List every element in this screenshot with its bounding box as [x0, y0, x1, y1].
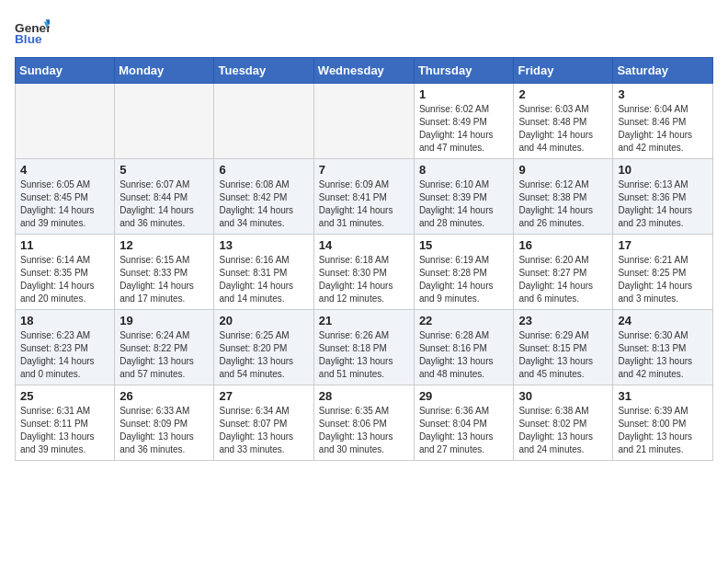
- day-number: 15: [419, 238, 509, 252]
- day-info: Sunrise: 6:09 AM Sunset: 8:41 PM Dayligh…: [319, 178, 409, 230]
- weekday-header-wednesday: Wednesday: [313, 58, 414, 84]
- calendar-cell: 5Sunrise: 6:07 AM Sunset: 8:44 PM Daylig…: [115, 159, 214, 235]
- logo: General Blue: [15, 15, 50, 50]
- calendar-cell: 29Sunrise: 6:36 AM Sunset: 8:04 PM Dayli…: [414, 385, 514, 461]
- day-info: Sunrise: 6:04 AM Sunset: 8:46 PM Dayligh…: [618, 103, 708, 155]
- day-info: Sunrise: 6:30 AM Sunset: 8:13 PM Dayligh…: [618, 329, 708, 381]
- calendar-cell: 24Sunrise: 6:30 AM Sunset: 8:13 PM Dayli…: [613, 310, 713, 385]
- day-number: 3: [618, 87, 708, 101]
- svg-text:Blue: Blue: [15, 32, 42, 46]
- day-number: 24: [618, 314, 708, 327]
- calendar-cell: 16Sunrise: 6:20 AM Sunset: 8:27 PM Dayli…: [514, 235, 613, 310]
- day-info: Sunrise: 6:33 AM Sunset: 8:09 PM Dayligh…: [119, 405, 209, 456]
- calendar-cell: 18Sunrise: 6:23 AM Sunset: 8:23 PM Dayli…: [16, 310, 115, 385]
- day-number: 13: [219, 238, 308, 252]
- day-info: Sunrise: 6:36 AM Sunset: 8:04 PM Dayligh…: [419, 405, 509, 456]
- day-number: 27: [219, 389, 308, 403]
- weekday-header-tuesday: Tuesday: [214, 58, 313, 84]
- calendar-cell: 26Sunrise: 6:33 AM Sunset: 8:09 PM Dayli…: [115, 385, 214, 461]
- calendar-week-3: 11Sunrise: 6:14 AM Sunset: 8:35 PM Dayli…: [16, 235, 713, 310]
- calendar-week-4: 18Sunrise: 6:23 AM Sunset: 8:23 PM Dayli…: [16, 310, 713, 385]
- calendar-week-5: 25Sunrise: 6:31 AM Sunset: 8:11 PM Dayli…: [16, 385, 713, 461]
- day-number: 16: [518, 238, 608, 252]
- day-info: Sunrise: 6:28 AM Sunset: 8:16 PM Dayligh…: [419, 329, 509, 381]
- day-info: Sunrise: 6:21 AM Sunset: 8:25 PM Dayligh…: [618, 254, 708, 305]
- day-info: Sunrise: 6:02 AM Sunset: 8:49 PM Dayligh…: [419, 103, 509, 155]
- day-info: Sunrise: 6:12 AM Sunset: 8:38 PM Dayligh…: [518, 178, 608, 230]
- day-number: 4: [20, 163, 109, 177]
- weekday-header-saturday: Saturday: [613, 58, 713, 84]
- weekday-header-monday: Monday: [115, 58, 214, 84]
- day-number: 17: [618, 238, 708, 252]
- calendar-cell: 31Sunrise: 6:39 AM Sunset: 8:00 PM Dayli…: [613, 385, 713, 461]
- day-info: Sunrise: 6:07 AM Sunset: 8:44 PM Dayligh…: [119, 178, 209, 230]
- calendar-cell: 6Sunrise: 6:08 AM Sunset: 8:42 PM Daylig…: [214, 159, 313, 235]
- calendar-cell: 21Sunrise: 6:26 AM Sunset: 8:18 PM Dayli…: [313, 310, 414, 385]
- calendar-cell: 3Sunrise: 6:04 AM Sunset: 8:46 PM Daylig…: [613, 84, 713, 159]
- day-number: 18: [20, 314, 109, 327]
- day-info: Sunrise: 6:05 AM Sunset: 8:45 PM Dayligh…: [20, 178, 109, 230]
- day-info: Sunrise: 6:10 AM Sunset: 8:39 PM Dayligh…: [419, 178, 509, 230]
- calendar-cell: 11Sunrise: 6:14 AM Sunset: 8:35 PM Dayli…: [16, 235, 115, 310]
- day-number: 7: [319, 163, 409, 177]
- day-number: 8: [419, 163, 509, 177]
- calendar-cell: [313, 84, 414, 159]
- day-info: Sunrise: 6:20 AM Sunset: 8:27 PM Dayligh…: [518, 254, 608, 305]
- calendar-week-1: 1Sunrise: 6:02 AM Sunset: 8:49 PM Daylig…: [16, 84, 713, 159]
- calendar-cell: 19Sunrise: 6:24 AM Sunset: 8:22 PM Dayli…: [115, 310, 214, 385]
- calendar-cell: 12Sunrise: 6:15 AM Sunset: 8:33 PM Dayli…: [115, 235, 214, 310]
- page-header: General Blue: [15, 15, 713, 50]
- calendar-cell: 13Sunrise: 6:16 AM Sunset: 8:31 PM Dayli…: [214, 235, 313, 310]
- day-number: 2: [518, 87, 608, 101]
- day-info: Sunrise: 6:34 AM Sunset: 8:07 PM Dayligh…: [219, 405, 308, 456]
- day-info: Sunrise: 6:31 AM Sunset: 8:11 PM Dayligh…: [20, 405, 109, 456]
- day-info: Sunrise: 6:38 AM Sunset: 8:02 PM Dayligh…: [518, 405, 608, 456]
- calendar-cell: 25Sunrise: 6:31 AM Sunset: 8:11 PM Dayli…: [16, 385, 115, 461]
- calendar-cell: [16, 84, 115, 159]
- calendar-cell: 7Sunrise: 6:09 AM Sunset: 8:41 PM Daylig…: [313, 159, 414, 235]
- logo-icon: General Blue: [15, 15, 50, 50]
- calendar-cell: [214, 84, 313, 159]
- day-info: Sunrise: 6:14 AM Sunset: 8:35 PM Dayligh…: [20, 254, 109, 305]
- calendar-cell: [115, 84, 214, 159]
- calendar-cell: 9Sunrise: 6:12 AM Sunset: 8:38 PM Daylig…: [514, 159, 613, 235]
- day-number: 11: [20, 238, 109, 252]
- day-info: Sunrise: 6:35 AM Sunset: 8:06 PM Dayligh…: [319, 405, 409, 456]
- day-number: 21: [319, 314, 409, 327]
- calendar-cell: 23Sunrise: 6:29 AM Sunset: 8:15 PM Dayli…: [514, 310, 613, 385]
- day-info: Sunrise: 6:08 AM Sunset: 8:42 PM Dayligh…: [219, 178, 308, 230]
- calendar-week-2: 4Sunrise: 6:05 AM Sunset: 8:45 PM Daylig…: [16, 159, 713, 235]
- calendar-cell: 4Sunrise: 6:05 AM Sunset: 8:45 PM Daylig…: [16, 159, 115, 235]
- day-info: Sunrise: 6:26 AM Sunset: 8:18 PM Dayligh…: [319, 329, 409, 381]
- calendar-cell: 22Sunrise: 6:28 AM Sunset: 8:16 PM Dayli…: [414, 310, 514, 385]
- day-info: Sunrise: 6:24 AM Sunset: 8:22 PM Dayligh…: [119, 329, 209, 381]
- day-number: 20: [219, 314, 308, 327]
- day-number: 10: [618, 163, 708, 177]
- calendar-cell: 1Sunrise: 6:02 AM Sunset: 8:49 PM Daylig…: [414, 84, 514, 159]
- day-info: Sunrise: 6:03 AM Sunset: 8:48 PM Dayligh…: [518, 103, 608, 155]
- day-info: Sunrise: 6:23 AM Sunset: 8:23 PM Dayligh…: [20, 329, 109, 381]
- day-number: 22: [419, 314, 509, 327]
- calendar-cell: 2Sunrise: 6:03 AM Sunset: 8:48 PM Daylig…: [514, 84, 613, 159]
- day-number: 29: [419, 389, 509, 403]
- day-info: Sunrise: 6:16 AM Sunset: 8:31 PM Dayligh…: [219, 254, 308, 305]
- day-number: 26: [119, 389, 209, 403]
- day-info: Sunrise: 6:39 AM Sunset: 8:00 PM Dayligh…: [618, 405, 708, 456]
- weekday-header-row: SundayMondayTuesdayWednesdayThursdayFrid…: [16, 58, 713, 84]
- calendar-cell: 27Sunrise: 6:34 AM Sunset: 8:07 PM Dayli…: [214, 385, 313, 461]
- day-number: 19: [119, 314, 209, 327]
- day-number: 31: [618, 389, 708, 403]
- calendar-cell: 10Sunrise: 6:13 AM Sunset: 8:36 PM Dayli…: [613, 159, 713, 235]
- day-info: Sunrise: 6:19 AM Sunset: 8:28 PM Dayligh…: [419, 254, 509, 305]
- day-number: 30: [518, 389, 608, 403]
- calendar-cell: 8Sunrise: 6:10 AM Sunset: 8:39 PM Daylig…: [414, 159, 514, 235]
- day-number: 28: [319, 389, 409, 403]
- day-number: 23: [518, 314, 608, 327]
- calendar-cell: 28Sunrise: 6:35 AM Sunset: 8:06 PM Dayli…: [313, 385, 414, 461]
- calendar-cell: 14Sunrise: 6:18 AM Sunset: 8:30 PM Dayli…: [313, 235, 414, 310]
- calendar-cell: 30Sunrise: 6:38 AM Sunset: 8:02 PM Dayli…: [514, 385, 613, 461]
- day-info: Sunrise: 6:15 AM Sunset: 8:33 PM Dayligh…: [119, 254, 209, 305]
- weekday-header-sunday: Sunday: [16, 58, 115, 84]
- day-number: 6: [219, 163, 308, 177]
- day-number: 5: [119, 163, 209, 177]
